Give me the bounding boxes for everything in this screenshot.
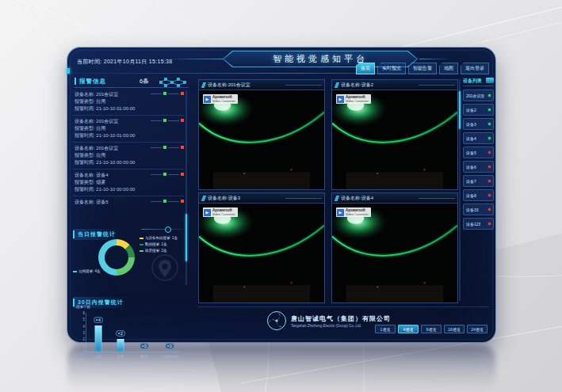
alarm-card[interactable]: 设备名称: 201会议室 报警类型: 拉闸 报警时间: 21-10-10 00:… (73, 143, 184, 169)
channel-16-button[interactable]: 16通道 (444, 325, 465, 333)
alarm-section-header: 报警信息 6条 (75, 76, 189, 88)
video-tile-label: 设备名称:设备2 (341, 82, 373, 89)
alarm-card[interactable]: 设备名称: 设备4 报警类型: 烟雾 报警时间: 21-10-10 00:00:… (73, 169, 184, 196)
status-dot (488, 151, 491, 154)
device-list-item[interactable]: 设备4 (463, 132, 494, 144)
device-list-item[interactable]: 设备123 (463, 218, 494, 230)
dashboard-panel: 当前时间: 2021年10月11日 15:15:38 智能视觉感知平台 首页 实… (67, 48, 495, 342)
video-tile-label: 设备名称:设备3 (208, 195, 240, 202)
channel-24-button[interactable]: 24通道 (467, 325, 487, 333)
device-list-scrollbar[interactable] (459, 79, 461, 301)
bar (117, 339, 124, 352)
device-list-item[interactable]: 设备33 (463, 204, 494, 215)
legend-item: 拉闸报警: 4条 (73, 269, 101, 273)
x-tick: 拉闸 (95, 355, 102, 359)
bar-value-pill: 0 (140, 343, 149, 349)
footer: 唐山智诚电气（集团）有限公司 Tangshan Zhicheng Electri… (198, 306, 489, 338)
device-list-item[interactable]: 设备6 (463, 161, 494, 173)
bar-column: 0 与设备失联 (161, 313, 178, 352)
status-dot (488, 223, 491, 225)
section-accent-bar (75, 78, 76, 85)
slash-icon (335, 82, 340, 88)
video-tile[interactable]: 设备名称:设备2 ▶ (331, 79, 458, 190)
device-name: 设备4 (466, 136, 476, 141)
today-alarm-section: 当日报警统计 与设备失联报警: 1条 翻倒报警: 1条 (73, 225, 184, 291)
alarm-indicator (151, 146, 184, 149)
alarm-count-badge: 6条 (140, 78, 149, 86)
video-tile-header: 设备名称:设备2 (332, 80, 457, 90)
video-feed[interactable]: ▶ Apowersoft Video Converter (332, 204, 457, 303)
device-list-item[interactable]: 设备2 (463, 104, 494, 116)
alarm-card[interactable]: 设备名称: 设备5 (73, 196, 184, 207)
video-tile-header: 设备名称:201会议室 (199, 80, 324, 90)
device-name: 设备6 (466, 165, 476, 169)
alarm-card[interactable]: 设备名称: 201会议室 报警类型: 拉闸 报警时间: 21-10-10 01:… (73, 116, 184, 143)
channel-1-button[interactable]: 1通道 (375, 325, 396, 333)
alarm-type: 报警类型: 拉闸 (75, 152, 184, 159)
alarm-sidebar: 报警信息 6条 设备名称: (73, 76, 189, 334)
monthly-alarm-section: 30日内报警统计 报警个数 6 5 4 3 2 1 0 4 拉闸 (73, 293, 184, 361)
watermark-line2: Video Converter (346, 99, 369, 103)
device-list-action-button[interactable] (486, 78, 494, 83)
device-list-item[interactable]: 设备7 (463, 175, 494, 187)
legend-label: 翻倒报警: 1条 (145, 242, 167, 246)
watermark-line2: Video Converter (212, 212, 235, 216)
aurora-graphic (332, 204, 457, 303)
bar-column: 4 拉闸 (90, 313, 107, 352)
bar-column: 2 烟雾 (112, 313, 129, 352)
alarm-indicator (151, 173, 184, 176)
device-name: 设备2 (466, 108, 476, 112)
scrollbar-thumb[interactable] (185, 214, 187, 261)
channel-switcher: 1通道 4通道 9通道 16通道 24通道 (375, 325, 487, 333)
alarm-card[interactable]: 设备名称: 201会议室 报警类型: 拉闸 报警时间: 21-10-10 01:… (73, 89, 184, 116)
bar (95, 325, 102, 352)
device-name: 设备8 (466, 193, 476, 198)
bar-column: 0 翻倒 (136, 313, 153, 352)
legend-chip (140, 250, 143, 252)
company-block: 唐山智诚电气（集团）有限公司 Tangshan Zhicheng Electri… (266, 310, 391, 331)
bar-value: 0 (144, 344, 147, 348)
converter-icon: ▶ (337, 209, 344, 216)
y-tick: 0 (78, 351, 85, 355)
x-tick: 翻倒 (141, 355, 148, 359)
video-feed[interactable]: ▶ Apowersoft Video Converter (332, 90, 457, 189)
device-list-item[interactable]: 设备3 (463, 118, 494, 130)
scrollbar-thumb[interactable] (459, 91, 461, 129)
device-list-item[interactable]: 设备5 (463, 147, 494, 158)
video-watermark: ▶ Apowersoft Video Converter (336, 94, 371, 104)
status-dot (488, 166, 491, 168)
company-name-cn: 唐山智诚电气（集团）有限公司 (291, 314, 391, 323)
aurora-graphic (199, 90, 324, 189)
sidebar-scrollbar[interactable] (185, 90, 187, 285)
slash-icon (201, 196, 207, 201)
device-list-item[interactable]: 设备8 (463, 189, 494, 201)
status-dot (488, 123, 491, 125)
alarm-type: 报警类型: 烟雾 (75, 179, 184, 186)
title-wing-line (161, 59, 223, 59)
video-watermark: ▶ Apowersoft Video Converter (336, 207, 371, 217)
device-list-panel: 设备列表 201会议室 设备2 设备3 设备4 设备5 设备6 设备7 设备8 … (463, 76, 494, 230)
video-tile[interactable]: 设备名称:201会议室 ▶ (198, 79, 325, 190)
y-tick: 1 (78, 344, 85, 348)
video-tile[interactable]: 设备名称:设备3 ▶ (198, 192, 325, 303)
network-icon (159, 77, 187, 87)
device-list-item[interactable]: 201会议室 (463, 89, 494, 101)
video-feed[interactable]: ▶ Apowersoft Video Converter (199, 204, 324, 303)
donut-hole (105, 245, 128, 269)
x-tick: 烟雾 (117, 355, 124, 359)
video-tile-label: 设备名称:201会议室 (208, 82, 250, 89)
alarm-time: 报警时间: 21-10-10 01:00:00 (75, 105, 184, 112)
alarm-indicator (151, 119, 184, 122)
status-dot (488, 180, 491, 182)
location-pin-watermark (149, 252, 181, 290)
video-feed[interactable]: ▶ Apowersoft Video Converter (199, 90, 324, 189)
header-divider (67, 73, 495, 74)
y-tick: 5 (78, 318, 85, 322)
channel-4-button[interactable]: 4通道 (398, 325, 419, 333)
video-tile-header: 设备名称:设备4 (332, 193, 457, 204)
converter-icon: ▶ (337, 96, 344, 103)
today-alarm-donut (98, 239, 135, 276)
video-tile[interactable]: 设备名称:设备4 ▶ (331, 192, 458, 303)
device-name: 201会议室 (466, 93, 484, 98)
channel-9-button[interactable]: 9通道 (421, 325, 442, 333)
